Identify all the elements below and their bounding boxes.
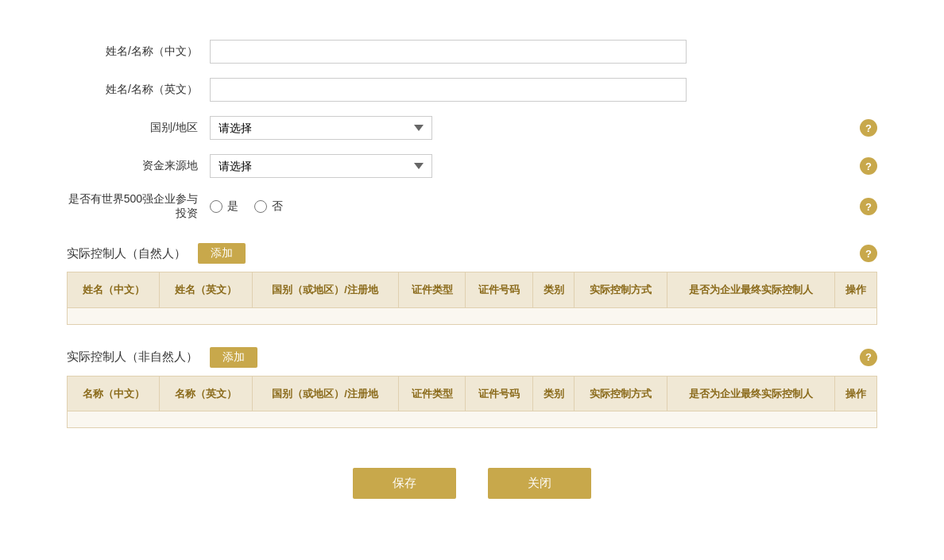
section2-col-country: 国别（或地区）/注册地 bbox=[252, 376, 398, 411]
fund-source-select[interactable]: 请选择 bbox=[210, 154, 432, 178]
name-en-label: 姓名/名称（英文） bbox=[67, 83, 210, 97]
section2-header: 实际控制人（非自然人） 添加 ? bbox=[67, 347, 877, 368]
section1-col-country: 国别（或地区）/注册地 bbox=[252, 272, 398, 308]
section1-col-cert-num: 证件号码 bbox=[466, 272, 532, 308]
close-button[interactable]: 关闭 bbox=[488, 468, 591, 499]
country-select[interactable]: 请选择 bbox=[210, 116, 432, 140]
name-cn-input[interactable] bbox=[210, 40, 687, 64]
fund-source-help-icon[interactable]: ? bbox=[860, 157, 877, 175]
section2-title: 实际控制人（非自然人） bbox=[67, 350, 198, 365]
fortune500-no-option[interactable]: 否 bbox=[254, 199, 283, 214]
fortune500-help-icon[interactable]: ? bbox=[860, 198, 877, 215]
section1-col-action: 操作 bbox=[835, 272, 877, 308]
section2-table-header-row: 名称（中文） 名称（英文） 国别（或地区）/注册地 证件类型 证件号码 类别 实… bbox=[68, 376, 877, 411]
country-label: 国别/地区 bbox=[67, 121, 210, 135]
section1-add-button[interactable]: 添加 bbox=[198, 243, 246, 264]
section2-empty-row bbox=[68, 411, 877, 428]
section2-col-cert-type: 证件类型 bbox=[398, 376, 465, 411]
section1-table: 姓名（中文） 姓名（英文） 国别（或地区）/注册地 证件类型 证件号码 类别 实… bbox=[67, 272, 877, 325]
section1-col-control-method: 实际控制方式 bbox=[575, 272, 667, 308]
section1-col-cert-type: 证件类型 bbox=[398, 272, 465, 308]
section1-col-name-en: 姓名（英文） bbox=[160, 272, 252, 308]
section2-col-action: 操作 bbox=[835, 376, 877, 411]
fortune500-no-label: 否 bbox=[272, 199, 283, 214]
section1-col-category: 类别 bbox=[532, 272, 575, 308]
section1-header: 实际控制人（自然人） 添加 ? bbox=[67, 243, 877, 264]
section2-table: 名称（中文） 名称（英文） 国别（或地区）/注册地 证件类型 证件号码 类别 实… bbox=[67, 376, 877, 429]
fortune500-yes-option[interactable]: 是 bbox=[210, 199, 238, 214]
section2-col-category: 类别 bbox=[532, 376, 575, 411]
section2-col-is-final-controller: 是否为企业最终实际控制人 bbox=[667, 376, 835, 411]
section1-table-header-row: 姓名（中文） 姓名（英文） 国别（或地区）/注册地 证件类型 证件号码 类别 实… bbox=[68, 272, 877, 308]
section1-title: 实际控制人（自然人） bbox=[67, 246, 186, 261]
country-help-icon[interactable]: ? bbox=[860, 119, 877, 137]
name-cn-label: 姓名/名称（中文） bbox=[67, 44, 210, 59]
section1-help-icon[interactable]: ? bbox=[860, 245, 877, 262]
name-en-input[interactable] bbox=[210, 78, 687, 102]
save-button[interactable]: 保存 bbox=[353, 468, 456, 499]
fortune500-no-radio[interactable] bbox=[254, 200, 267, 213]
fortune500-yes-label: 是 bbox=[227, 199, 238, 214]
section2-col-cert-num: 证件号码 bbox=[466, 376, 532, 411]
fortune500-label: 是否有世界500强企业参与投资 bbox=[67, 192, 210, 221]
section2-col-name-en: 名称（英文） bbox=[160, 376, 252, 411]
fund-source-label: 资金来源地 bbox=[67, 159, 210, 173]
section2-col-control-method: 实际控制方式 bbox=[575, 376, 667, 411]
section1-col-is-final-controller: 是否为企业最终实际控制人 bbox=[667, 272, 835, 308]
section2-add-button[interactable]: 添加 bbox=[210, 347, 257, 368]
section1-col-name-cn: 姓名（中文） bbox=[68, 272, 160, 308]
fortune500-yes-radio[interactable] bbox=[210, 200, 222, 213]
fortune500-radio-group: 是 否 bbox=[210, 199, 283, 214]
section2-col-name-cn: 名称（中文） bbox=[68, 376, 160, 411]
section1-empty-row bbox=[68, 307, 877, 324]
footer-buttons: 保存 关闭 bbox=[67, 468, 877, 499]
section2-help-icon[interactable]: ? bbox=[860, 349, 877, 366]
